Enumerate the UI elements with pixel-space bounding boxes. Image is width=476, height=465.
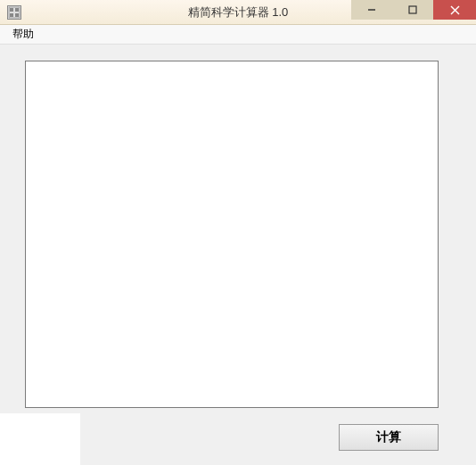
menubar: 帮助 (0, 25, 476, 45)
maximize-icon (408, 5, 417, 14)
window-controls (351, 0, 476, 20)
titlebar[interactable]: 精简科学计算器 1.0 (0, 0, 476, 25)
expression-input[interactable] (25, 61, 439, 408)
svg-rect-4 (15, 13, 19, 17)
svg-rect-2 (15, 8, 19, 12)
close-button[interactable] (433, 0, 476, 20)
button-row: 计算 (25, 424, 439, 451)
minimize-button[interactable] (351, 0, 392, 20)
svg-rect-3 (10, 13, 13, 17)
svg-rect-6 (409, 6, 416, 13)
overlay-patch (0, 413, 80, 465)
maximize-button[interactable] (392, 0, 433, 20)
svg-rect-1 (10, 8, 13, 12)
close-icon (450, 5, 460, 15)
minimize-icon (367, 5, 376, 14)
window-title: 精简科学计算器 1.0 (188, 4, 289, 20)
calculate-button[interactable]: 计算 (339, 424, 439, 451)
client-area: 计算 (0, 45, 476, 465)
app-window: 精简科学计算器 1.0 帮助 计 (0, 0, 476, 465)
app-icon (7, 5, 21, 20)
menu-help[interactable]: 帮助 (5, 25, 41, 44)
